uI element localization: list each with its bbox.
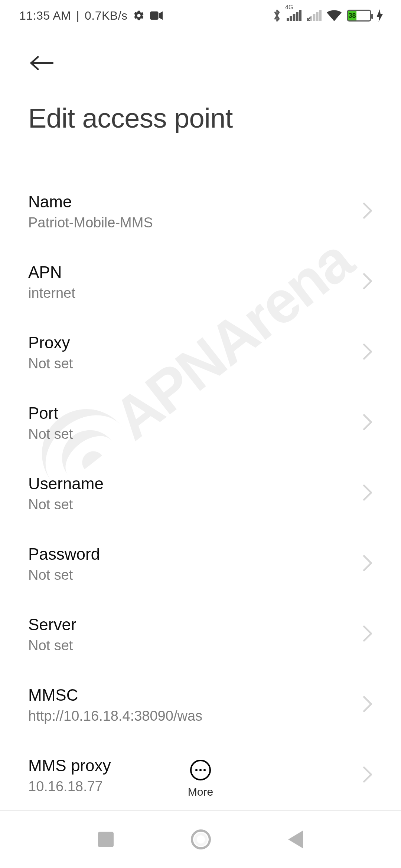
back-button[interactable] xyxy=(28,50,55,76)
bottom-actions: More xyxy=(0,760,401,798)
setting-value: Not set xyxy=(28,426,355,442)
chevron-right-icon xyxy=(362,696,373,714)
status-bar: 11:35 AM | 0.7KB/s 4G 38 xyxy=(0,0,401,31)
chevron-right-icon xyxy=(362,273,373,291)
more-label: More xyxy=(188,786,213,798)
gear-icon xyxy=(133,10,145,22)
nav-home-button[interactable] xyxy=(191,829,211,849)
setting-label: Name xyxy=(28,193,355,211)
svg-rect-4 xyxy=(296,12,299,21)
setting-label: Username xyxy=(28,474,355,493)
setting-value: Not set xyxy=(28,497,355,513)
status-time: 11:35 AM xyxy=(19,9,71,23)
more-icon xyxy=(190,760,211,780)
setting-row-username[interactable]: UsernameNot set xyxy=(28,458,373,529)
status-net-speed: 0.7KB/s xyxy=(85,9,128,23)
setting-label: Server xyxy=(28,615,355,634)
setting-label: Port xyxy=(28,404,355,423)
camera-icon xyxy=(150,11,163,20)
svg-rect-7 xyxy=(310,16,312,21)
chevron-right-icon xyxy=(362,202,373,221)
settings-list: NamePatriot-Mobile-MMSAPNinternetProxyNo… xyxy=(0,176,401,811)
setting-row-mmsc[interactable]: MMSChttp://10.16.18.4:38090/was xyxy=(28,670,373,740)
setting-value: Not set xyxy=(28,567,355,583)
setting-label: Password xyxy=(28,545,355,563)
signal-4g-icon: 4G xyxy=(287,10,301,21)
signal-nosim-icon xyxy=(307,10,322,21)
svg-rect-0 xyxy=(150,11,159,20)
svg-rect-10 xyxy=(319,10,322,21)
more-button[interactable]: More xyxy=(188,760,213,798)
setting-row-server[interactable]: ServerNot set xyxy=(28,599,373,670)
svg-rect-9 xyxy=(316,12,319,21)
triangle-left-icon xyxy=(288,831,303,848)
nav-recents-button[interactable] xyxy=(98,832,114,847)
svg-rect-5 xyxy=(299,10,301,21)
setting-label: APN xyxy=(28,263,355,282)
svg-rect-8 xyxy=(313,14,316,21)
battery-icon: 38 xyxy=(347,10,371,22)
setting-row-apn[interactable]: APNinternet xyxy=(28,247,373,317)
bluetooth-icon xyxy=(273,9,281,22)
chevron-right-icon xyxy=(362,343,373,362)
navigation-bar xyxy=(0,811,401,868)
chevron-right-icon xyxy=(362,555,373,573)
circle-icon xyxy=(191,829,211,849)
chevron-right-icon xyxy=(362,414,373,432)
square-icon xyxy=(98,832,114,847)
setting-value: Not set xyxy=(28,356,355,372)
setting-value: internet xyxy=(28,285,355,301)
setting-value: Patriot-Mobile-MMS xyxy=(28,215,355,231)
arrow-left-icon xyxy=(29,55,54,71)
setting-label: MMSC xyxy=(28,686,355,704)
setting-row-port[interactable]: PortNot set xyxy=(28,388,373,458)
battery-percent: 38 xyxy=(348,11,356,20)
status-separator: | xyxy=(76,9,79,23)
charging-icon xyxy=(376,9,383,22)
chevron-right-icon xyxy=(362,484,373,503)
setting-value: Not set xyxy=(28,638,355,654)
svg-rect-3 xyxy=(293,14,296,21)
svg-rect-1 xyxy=(287,18,289,21)
setting-row-password[interactable]: PasswordNot set xyxy=(28,529,373,599)
setting-label: Proxy xyxy=(28,333,355,352)
setting-row-proxy[interactable]: ProxyNot set xyxy=(28,317,373,388)
svg-rect-2 xyxy=(290,16,292,21)
nav-back-button[interactable] xyxy=(288,831,303,848)
wifi-icon xyxy=(327,10,342,22)
page-title: Edit access point xyxy=(28,102,373,134)
chevron-right-icon xyxy=(362,625,373,644)
header: Edit access point xyxy=(0,31,401,134)
setting-row-name[interactable]: NamePatriot-Mobile-MMS xyxy=(28,176,373,247)
setting-value: http://10.16.18.4:38090/was xyxy=(28,708,355,724)
